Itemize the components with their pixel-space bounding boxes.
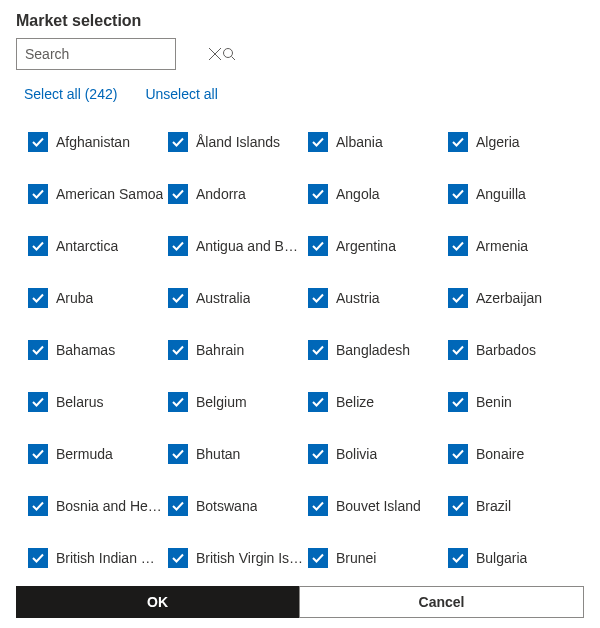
market-label: Albania — [336, 134, 383, 150]
market-item[interactable]: Bermuda — [28, 444, 164, 464]
checkbox-icon[interactable] — [448, 184, 468, 204]
market-item[interactable]: Brunei — [308, 548, 444, 568]
checkbox-icon[interactable] — [308, 288, 328, 308]
market-item[interactable]: Bonaire — [448, 444, 584, 464]
market-item[interactable]: Bouvet Island — [308, 496, 444, 516]
market-item[interactable]: British Virgin Islands — [168, 548, 304, 568]
market-label: Bosnia and Herzegovina — [56, 498, 164, 514]
checkbox-icon[interactable] — [448, 444, 468, 464]
market-item[interactable]: Azerbaijan — [448, 288, 584, 308]
market-item[interactable]: Australia — [168, 288, 304, 308]
market-item[interactable]: Angola — [308, 184, 444, 204]
checkbox-icon[interactable] — [168, 132, 188, 152]
market-item[interactable]: Afghanistan — [28, 132, 164, 152]
checkbox-icon[interactable] — [448, 132, 468, 152]
market-item[interactable]: Austria — [308, 288, 444, 308]
market-item[interactable]: Albania — [308, 132, 444, 152]
market-list-scroll[interactable]: AfghanistanÅland IslandsAlbaniaAlgeriaAm… — [4, 114, 592, 572]
checkbox-icon[interactable] — [448, 288, 468, 308]
market-item[interactable]: Anguilla — [448, 184, 584, 204]
market-label: Belarus — [56, 394, 103, 410]
market-label: Armenia — [476, 238, 528, 254]
checkbox-icon[interactable] — [28, 288, 48, 308]
market-item[interactable]: Armenia — [448, 236, 584, 256]
search-box[interactable] — [16, 38, 176, 70]
checkbox-icon[interactable] — [308, 496, 328, 516]
market-item[interactable]: Åland Islands — [168, 132, 304, 152]
checkbox-icon[interactable] — [168, 184, 188, 204]
market-label: British Indian Ocean Territory — [56, 550, 164, 566]
checkbox-icon[interactable] — [308, 236, 328, 256]
market-label: Antigua and Barbuda — [196, 238, 304, 254]
checkbox-icon[interactable] — [168, 548, 188, 568]
search-input[interactable] — [17, 46, 208, 62]
checkbox-icon[interactable] — [168, 444, 188, 464]
cancel-button[interactable]: Cancel — [299, 586, 584, 618]
market-item[interactable]: Argentina — [308, 236, 444, 256]
market-item[interactable]: Benin — [448, 392, 584, 412]
market-label: Bahrain — [196, 342, 244, 358]
checkbox-icon[interactable] — [28, 496, 48, 516]
market-label: Brazil — [476, 498, 511, 514]
select-all-link[interactable]: Select all (242) — [24, 86, 117, 102]
market-label: Bahamas — [56, 342, 115, 358]
checkbox-icon[interactable] — [168, 236, 188, 256]
market-item[interactable]: Barbados — [448, 340, 584, 360]
market-item[interactable]: American Samoa — [28, 184, 164, 204]
checkbox-icon[interactable] — [28, 548, 48, 568]
checkbox-icon[interactable] — [28, 340, 48, 360]
checkbox-icon[interactable] — [308, 132, 328, 152]
checkbox-icon[interactable] — [28, 236, 48, 256]
market-item[interactable]: Belgium — [168, 392, 304, 412]
checkbox-icon[interactable] — [308, 548, 328, 568]
clear-icon[interactable] — [208, 47, 222, 61]
market-item[interactable]: Aruba — [28, 288, 164, 308]
market-item[interactable]: Andorra — [168, 184, 304, 204]
market-item[interactable]: Belarus — [28, 392, 164, 412]
market-item[interactable]: Belize — [308, 392, 444, 412]
checkbox-icon[interactable] — [308, 340, 328, 360]
market-item[interactable]: Bangladesh — [308, 340, 444, 360]
market-item[interactable]: Bulgaria — [448, 548, 584, 568]
market-item[interactable]: Botswana — [168, 496, 304, 516]
search-icon[interactable] — [222, 47, 236, 61]
checkbox-icon[interactable] — [308, 184, 328, 204]
market-item[interactable]: Antarctica — [28, 236, 164, 256]
market-item[interactable]: Brazil — [448, 496, 584, 516]
checkbox-icon[interactable] — [448, 496, 468, 516]
checkbox-icon[interactable] — [448, 340, 468, 360]
market-list-wrap: AfghanistanÅland IslandsAlbaniaAlgeriaAm… — [4, 114, 592, 572]
checkbox-icon[interactable] — [308, 392, 328, 412]
checkbox-icon[interactable] — [168, 392, 188, 412]
market-item[interactable]: Antigua and Barbuda — [168, 236, 304, 256]
ok-button[interactable]: OK — [16, 586, 299, 618]
checkbox-icon[interactable] — [28, 184, 48, 204]
checkbox-icon[interactable] — [168, 340, 188, 360]
checkbox-icon[interactable] — [168, 496, 188, 516]
market-label: Angola — [336, 186, 380, 202]
market-label: Belgium — [196, 394, 247, 410]
checkbox-icon[interactable] — [168, 288, 188, 308]
checkbox-icon[interactable] — [448, 548, 468, 568]
market-label: Afghanistan — [56, 134, 130, 150]
market-item[interactable]: Bahrain — [168, 340, 304, 360]
unselect-all-link[interactable]: Unselect all — [145, 86, 217, 102]
checkbox-icon[interactable] — [448, 236, 468, 256]
checkbox-icon[interactable] — [448, 392, 468, 412]
market-grid: AfghanistanÅland IslandsAlbaniaAlgeriaAm… — [28, 122, 584, 572]
market-label: Anguilla — [476, 186, 526, 202]
dialog-footer: OK Cancel — [0, 580, 600, 628]
checkbox-icon[interactable] — [308, 444, 328, 464]
market-item[interactable]: Algeria — [448, 132, 584, 152]
market-item[interactable]: Bosnia and Herzegovina — [28, 496, 164, 516]
market-item[interactable]: Bolivia — [308, 444, 444, 464]
market-label: Botswana — [196, 498, 257, 514]
checkbox-icon[interactable] — [28, 392, 48, 412]
checkbox-icon[interactable] — [28, 132, 48, 152]
market-item[interactable]: British Indian Ocean Territory — [28, 548, 164, 568]
checkbox-icon[interactable] — [28, 444, 48, 464]
market-label: Bhutan — [196, 446, 240, 462]
market-label: Azerbaijan — [476, 290, 542, 306]
market-item[interactable]: Bhutan — [168, 444, 304, 464]
market-item[interactable]: Bahamas — [28, 340, 164, 360]
